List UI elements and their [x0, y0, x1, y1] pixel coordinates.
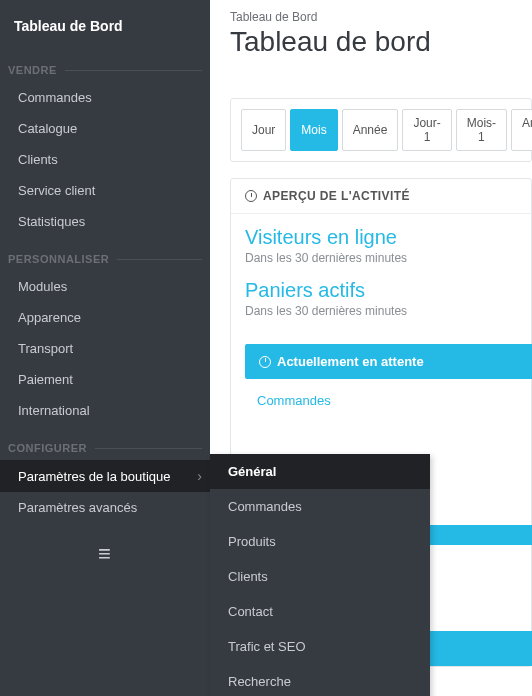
- sidebar-item-label: Paramètres avancés: [18, 500, 137, 515]
- tab-annee[interactable]: Année: [342, 109, 399, 151]
- section-title-personnaliser: PERSONNALISER: [0, 247, 210, 271]
- sidebar-item-parametres-boutique[interactable]: Paramètres de la boutique ›: [0, 460, 210, 492]
- pending-bar: Actuellement en attente: [245, 344, 532, 379]
- section-label: PERSONNALISER: [8, 253, 109, 265]
- sidebar-item-label: Transport: [18, 341, 73, 356]
- sidebar-item-label: Statistiques: [18, 214, 85, 229]
- tab-mois[interactable]: Mois: [290, 109, 337, 151]
- metric-carts-sub: Dans les 30 dernières minutes: [245, 304, 517, 318]
- sidebar-item-statistiques[interactable]: Statistiques: [0, 206, 210, 237]
- pending-commandes-link[interactable]: Commandes: [231, 379, 531, 422]
- sidebar-item-clients[interactable]: Clients: [0, 144, 210, 175]
- submenu-item-general[interactable]: Général: [210, 454, 430, 489]
- activity-body: Visiteurs en ligne Dans les 30 dernières…: [231, 214, 531, 344]
- tab-mois-1[interactable]: Mois-1: [456, 109, 507, 151]
- sidebar-item-label: International: [18, 403, 90, 418]
- sidebar-section-personnaliser: PERSONNALISER Modules Apparence Transpor…: [0, 237, 210, 426]
- hamburger-icon: ≡: [98, 541, 112, 566]
- metric-carts-title[interactable]: Paniers actifs: [245, 279, 517, 302]
- sidebar-item-label: Service client: [18, 183, 95, 198]
- sidebar-item-label: Catalogue: [18, 121, 77, 136]
- section-label: CONFIGURER: [8, 442, 87, 454]
- sidebar-item-apparence[interactable]: Apparence: [0, 302, 210, 333]
- divider: [95, 448, 202, 449]
- sidebar: Tableau de Bord VENDRE Commandes Catalog…: [0, 0, 210, 696]
- divider: [117, 259, 202, 260]
- chevron-right-icon: ›: [197, 468, 202, 484]
- submenu-item-clients[interactable]: Clients: [210, 559, 430, 594]
- submenu-parametres-boutique: Général Commandes Produits Clients Conta…: [210, 454, 430, 696]
- submenu-item-contact[interactable]: Contact: [210, 594, 430, 629]
- sidebar-section-vendre: VENDRE Commandes Catalogue Clients Servi…: [0, 48, 210, 237]
- divider: [65, 70, 202, 71]
- tab-jour-1[interactable]: Jour-1: [402, 109, 451, 151]
- sidebar-item-modules[interactable]: Modules: [0, 271, 210, 302]
- page-title: Tableau de bord: [230, 26, 532, 58]
- sidebar-collapse-button[interactable]: ≡: [0, 541, 210, 567]
- tab-annee-1[interactable]: Année-1: [511, 109, 532, 151]
- section-title-configurer: CONFIGURER: [0, 436, 210, 460]
- sidebar-item-commandes[interactable]: Commandes: [0, 82, 210, 113]
- section-label: VENDRE: [8, 64, 57, 76]
- activity-heading: APERÇU DE L'ACTIVITÉ: [231, 179, 531, 214]
- section-title-vendre: VENDRE: [0, 58, 210, 82]
- sidebar-item-paiement[interactable]: Paiement: [0, 364, 210, 395]
- sidebar-item-label: Modules: [18, 279, 67, 294]
- clock-icon: [259, 356, 271, 368]
- date-range-tabs: Jour Mois Année Jour-1 Mois-1 Année-1: [230, 98, 532, 162]
- sidebar-item-label: Commandes: [18, 90, 92, 105]
- submenu-item-trafic-seo[interactable]: Trafic et SEO: [210, 629, 430, 664]
- submenu-item-produits[interactable]: Produits: [210, 524, 430, 559]
- sidebar-section-configurer: CONFIGURER Paramètres de la boutique › P…: [0, 426, 210, 523]
- activity-heading-label: APERÇU DE L'ACTIVITÉ: [263, 189, 410, 203]
- submenu-item-recherche[interactable]: Recherche: [210, 664, 430, 696]
- tab-jour[interactable]: Jour: [241, 109, 286, 151]
- sidebar-title[interactable]: Tableau de Bord: [0, 0, 210, 48]
- metric-visitors-title[interactable]: Visiteurs en ligne: [245, 226, 517, 249]
- pending-label: Actuellement en attente: [277, 354, 424, 369]
- sidebar-item-label: Apparence: [18, 310, 81, 325]
- sidebar-item-international[interactable]: International: [0, 395, 210, 426]
- sidebar-item-service-client[interactable]: Service client: [0, 175, 210, 206]
- sidebar-item-transport[interactable]: Transport: [0, 333, 210, 364]
- breadcrumb[interactable]: Tableau de Bord: [230, 0, 532, 24]
- submenu-item-commandes[interactable]: Commandes: [210, 489, 430, 524]
- metric-visitors-sub: Dans les 30 dernières minutes: [245, 251, 517, 265]
- sidebar-item-label: Paiement: [18, 372, 73, 387]
- sidebar-item-parametres-avances[interactable]: Paramètres avancés: [0, 492, 210, 523]
- clock-icon: [245, 190, 257, 202]
- sidebar-item-label: Clients: [18, 152, 58, 167]
- sidebar-item-catalogue[interactable]: Catalogue: [0, 113, 210, 144]
- sidebar-item-label: Paramètres de la boutique: [18, 469, 170, 484]
